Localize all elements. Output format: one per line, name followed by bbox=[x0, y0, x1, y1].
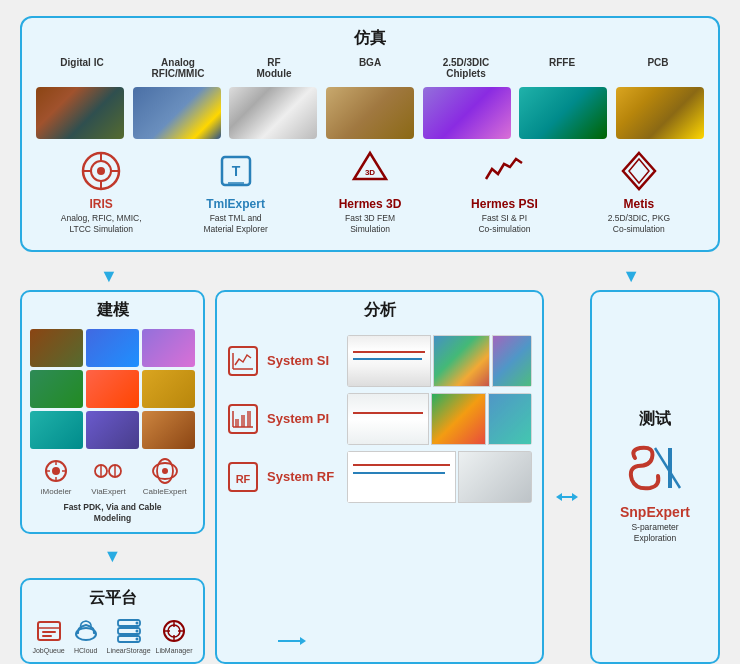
svg-point-26 bbox=[162, 468, 168, 474]
rf-label: System RF bbox=[267, 469, 339, 484]
modeling-desc: Fast PDK, Via and CableModeling bbox=[30, 502, 195, 524]
imodeler-icon bbox=[38, 457, 74, 485]
metis-name: Metis bbox=[574, 197, 704, 211]
si-screenshot bbox=[347, 335, 532, 387]
pi-screenshot-right bbox=[488, 393, 532, 445]
tmlexpert-desc: Fast TML andMaterial Explorer bbox=[170, 213, 300, 235]
sim-tools-row: IRIS Analog, RFIC, MMIC,LTCC Simulation … bbox=[34, 149, 706, 235]
sim-image-digital bbox=[36, 87, 124, 139]
svg-rect-30 bbox=[42, 635, 52, 637]
libmanager-icon bbox=[158, 617, 190, 645]
analysis-title: 分析 bbox=[227, 300, 532, 321]
model-cell-6 bbox=[142, 370, 195, 408]
snpexpert-logo bbox=[620, 438, 690, 498]
product-digital-ic: Digital IC bbox=[34, 57, 130, 79]
modeling-grid bbox=[30, 329, 195, 449]
sim-image-pcb bbox=[616, 87, 704, 139]
cableexpert-label: CableExpert bbox=[143, 487, 187, 496]
rf-icon: RF bbox=[227, 461, 259, 493]
cloud-icon-hcloud: HCloud bbox=[70, 617, 102, 654]
svg-point-36 bbox=[135, 629, 138, 632]
modeling-title: 建模 bbox=[30, 300, 195, 321]
model-cell-1 bbox=[30, 329, 83, 367]
iris-icon bbox=[79, 149, 123, 193]
product-bga: BGA bbox=[322, 57, 418, 79]
svg-text:T: T bbox=[231, 163, 240, 179]
left-column: 建模 bbox=[20, 290, 205, 664]
modeling-tools: iModeler ViaExpert bbox=[30, 457, 195, 496]
product-analog: AnalogRFIC/MMIC bbox=[130, 57, 226, 79]
arrow-cloud-analysis bbox=[278, 634, 308, 648]
snpexpert-name: SnpExpert bbox=[620, 504, 690, 520]
tool-hermespsi: Hermes PSI Fast SI & PICo-simulation bbox=[437, 149, 571, 235]
tool-hermes3d: 3D Hermes 3D Fast 3D FEMSimulation bbox=[303, 149, 437, 235]
sim-image-bga bbox=[326, 87, 414, 139]
tool-metis: Metis 2.5D/3DIC, PKGCo-simulation bbox=[572, 149, 706, 235]
metis-icon bbox=[617, 149, 661, 193]
svg-point-2 bbox=[97, 167, 105, 175]
sim-products-row: Digital IC AnalogRFIC/MMIC RFModule BGA … bbox=[34, 57, 706, 79]
svg-point-15 bbox=[52, 467, 60, 475]
product-chiplets: 2.5D/3DICChiplets bbox=[418, 57, 514, 79]
cableexpert-icon bbox=[147, 457, 183, 485]
svg-marker-56 bbox=[556, 493, 562, 501]
pi-screenshot-mid bbox=[431, 393, 486, 445]
jobqueue-icon bbox=[33, 617, 65, 645]
svg-text:RF: RF bbox=[236, 473, 251, 485]
pi-screenshot-left bbox=[347, 393, 429, 445]
product-pcb: PCB bbox=[610, 57, 706, 79]
svg-point-37 bbox=[135, 637, 138, 640]
hcloud-icon bbox=[70, 617, 102, 645]
model-cell-8 bbox=[86, 411, 139, 449]
analysis-pi-section: System PI bbox=[227, 393, 532, 445]
tool-iris: IRIS Analog, RFIC, MMIC,LTCC Simulation bbox=[34, 149, 168, 235]
tool-viaexpert: ViaExpert bbox=[90, 457, 126, 496]
sim-title: 仿真 bbox=[34, 28, 706, 49]
svg-rect-52 bbox=[247, 411, 251, 427]
bottom-row: 建模 bbox=[20, 290, 720, 664]
svg-marker-57 bbox=[572, 493, 578, 501]
model-cell-7 bbox=[30, 411, 83, 449]
cloud-box: 云平台 JobQueue bbox=[20, 578, 205, 664]
si-label: System SI bbox=[267, 353, 339, 368]
tool-imodeler: iModeler bbox=[38, 457, 74, 496]
tool-tmlexpert: T TmlExpert Fast TML andMaterial Explore… bbox=[168, 149, 302, 235]
model-cell-9 bbox=[142, 411, 195, 449]
arrow-down-modeling: ▼ bbox=[20, 547, 205, 565]
sim-image-chiplets bbox=[423, 87, 511, 139]
arrow-down-left: ▼ bbox=[100, 267, 118, 285]
hermes3d-desc: Fast 3D FEMSimulation bbox=[305, 213, 435, 235]
imodeler-label: iModeler bbox=[38, 487, 74, 496]
linearstorage-icon bbox=[113, 617, 145, 645]
viaexpert-label: ViaExpert bbox=[90, 487, 126, 496]
hermespsi-icon bbox=[482, 149, 526, 193]
sim-image-analog bbox=[133, 87, 221, 139]
rf-screenshot-right bbox=[458, 451, 532, 503]
hermes3d-name: Hermes 3D bbox=[305, 197, 435, 211]
tmlexpert-icon: T bbox=[214, 149, 258, 193]
sim-images-row bbox=[34, 87, 706, 139]
test-title: 测试 bbox=[639, 409, 671, 430]
iris-desc: Analog, RFIC, MMIC,LTCC Simulation bbox=[36, 213, 166, 235]
product-rf: RFModule bbox=[226, 57, 322, 79]
tool-cableexpert: CableExpert bbox=[143, 457, 187, 496]
viaexpert-icon bbox=[90, 457, 126, 485]
svg-point-35 bbox=[135, 621, 138, 624]
model-cell-5 bbox=[86, 370, 139, 408]
product-rffe: RFFE bbox=[514, 57, 610, 79]
iris-name: IRIS bbox=[36, 197, 166, 211]
analysis-box: 分析 System SI bbox=[215, 290, 544, 664]
hcloud-label: HCloud bbox=[70, 647, 102, 654]
analysis-rf-section: RF System RF bbox=[227, 451, 532, 503]
cloud-icons-row: JobQueue HCloud bbox=[30, 617, 195, 654]
arrow-down-right: ▼ bbox=[622, 267, 640, 285]
cloud-icon-libmanager: LibManager bbox=[156, 617, 193, 654]
tmlexpert-name: TmlExpert bbox=[170, 197, 300, 211]
hermespsi-desc: Fast SI & PICo-simulation bbox=[439, 213, 569, 235]
model-cell-2 bbox=[86, 329, 139, 367]
si-screenshot-right bbox=[433, 335, 490, 387]
svg-marker-61 bbox=[300, 637, 306, 645]
analysis-si-section: System SI bbox=[227, 335, 532, 387]
svg-rect-51 bbox=[241, 415, 245, 427]
rf-screenshot-left bbox=[347, 451, 456, 503]
